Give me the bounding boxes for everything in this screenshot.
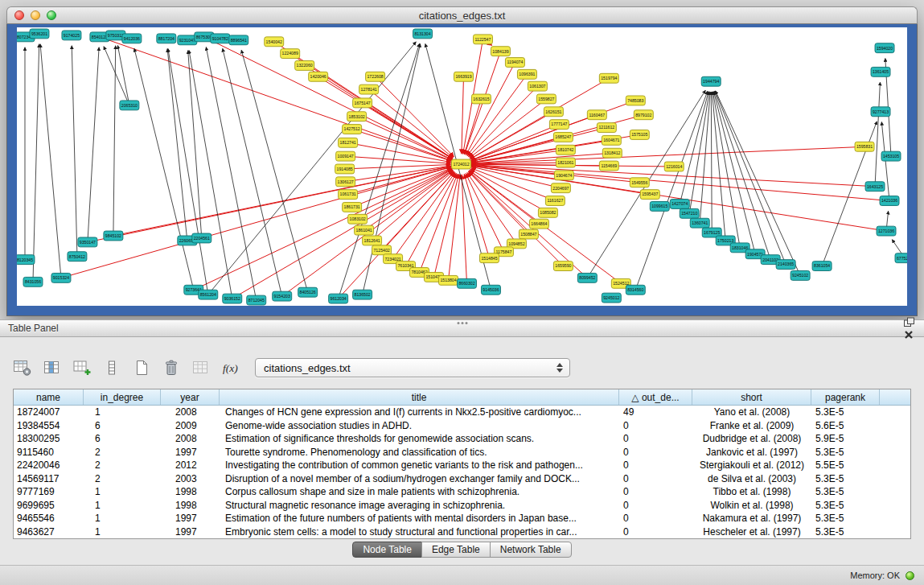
graph-node[interactable]: 1083102	[348, 214, 368, 224]
graph-node[interactable]: 1594020	[875, 43, 894, 53]
create-column-icon[interactable]	[71, 357, 93, 378]
graph-node[interactable]: 1278141	[359, 84, 379, 94]
cell-short[interactable]: Wolkin et al. (1998)	[692, 499, 811, 512]
cell-name[interactable]: 14569117	[14, 472, 84, 485]
cell-short[interactable]: Tibbo et al. (1998)	[692, 485, 811, 498]
graph-edge[interactable]	[40, 44, 61, 278]
graph-node[interactable]: 1722608	[366, 72, 385, 81]
graph-node[interactable]: 9036152	[223, 294, 242, 303]
cell-pagerank[interactable]: 5.3E-5	[811, 406, 880, 418]
graph-edge[interactable]	[113, 46, 116, 236]
cell-title[interactable]: Corpus callosum shape and size in male p…	[220, 485, 619, 498]
graph-node[interactable]: 1540042	[265, 37, 284, 47]
graph-node[interactable]: 9104782	[211, 34, 230, 43]
graph-edge[interactable]	[117, 46, 129, 105]
cell-in_degree[interactable]: 1	[84, 512, 161, 525]
cell-title[interactable]: Changes of HCN gene expression and I(f) …	[220, 406, 619, 418]
cell-out_de[interactable]: 0	[619, 432, 692, 445]
graph-node[interactable]: 1559827	[536, 94, 556, 104]
graph-edge[interactable]	[33, 44, 39, 282]
table-mode-icon[interactable]	[11, 357, 34, 378]
table-select[interactable]: citations_edges.txt	[255, 358, 570, 377]
cell-short[interactable]: Stergiakouli et al. (2012)	[692, 459, 811, 472]
graph-node[interactable]: 6775210	[895, 253, 907, 263]
panel-splitter-handle[interactable]	[457, 322, 467, 324]
graph-node[interactable]: 9845102	[104, 231, 123, 241]
graph-edge[interactable]	[470, 125, 559, 161]
cell-pagerank[interactable]: 5.5E-5	[811, 459, 880, 472]
graph-node[interactable]: 9277413	[871, 107, 890, 117]
graph-node[interactable]: 1595831	[855, 142, 874, 151]
graph-node[interactable]: 2065310	[120, 101, 139, 110]
table-row[interactable]: 946554611997Estimation of the future num…	[14, 512, 910, 525]
tab-network-table[interactable]: Network Table	[490, 542, 572, 558]
cell-short[interactable]: Dudbridge et al. (2008)	[692, 432, 811, 445]
graph-node[interactable]: 1643125	[865, 182, 885, 192]
cell-year[interactable]: 2008	[161, 432, 220, 445]
graph-edge[interactable]	[372, 171, 454, 240]
cell-out_de[interactable]: 0	[619, 525, 692, 538]
graph-edge[interactable]	[468, 171, 528, 234]
network-view[interactable]: 1724012112254710841391194074109639110613…	[17, 27, 907, 306]
cell-title[interactable]: Genome-wide association studies in ADHD.	[220, 419, 619, 432]
graph-node[interactable]: 1861041	[355, 225, 374, 235]
graph-node[interactable]: 1427512	[343, 125, 362, 134]
cell-in_degree[interactable]: 2	[84, 446, 161, 459]
graph-node[interactable]: 1519794	[599, 73, 618, 83]
graph-node[interactable]: 8431056	[23, 277, 43, 286]
cell-name[interactable]: 9463627	[14, 525, 84, 538]
graph-edge[interactable]	[189, 50, 232, 299]
cell-name[interactable]: 18724007	[14, 406, 84, 418]
graph-node[interactable]: 1099615	[650, 201, 669, 211]
cell-short[interactable]: Jankovic et al. (1997)	[692, 446, 811, 459]
graph-node[interactable]: 8131304	[413, 29, 433, 39]
graph-node[interactable]: 9145036	[481, 285, 500, 295]
graph-node[interactable]: 1821061	[556, 158, 575, 167]
graph-edge[interactable]	[72, 46, 77, 257]
function-builder-icon[interactable]: f(x)	[220, 357, 242, 378]
cell-title[interactable]: Embryonic stem cells: a model to study s…	[220, 525, 619, 538]
table-row[interactable]: 977716911998Corpus callosum shape and si…	[14, 485, 910, 499]
graph-node[interactable]: 1061307	[528, 81, 547, 91]
cell-title[interactable]: Disruption of a novel member of a sodium…	[220, 472, 619, 485]
graph-node[interactable]: 9612034	[329, 294, 348, 303]
graph-edge[interactable]	[188, 51, 202, 238]
graph-node[interactable]: 1161627	[545, 196, 565, 206]
graph-edge[interactable]	[88, 47, 99, 242]
graph-edge[interactable]	[223, 48, 282, 296]
cell-name[interactable]: 9699695	[14, 499, 84, 512]
graph-node[interactable]: 1453105	[881, 151, 901, 161]
graph-node[interactable]: 7125402	[372, 245, 392, 255]
cell-short[interactable]: Nakamura et al. (1997)	[692, 512, 811, 525]
graph-node[interactable]: 1777147	[549, 120, 569, 130]
graph-node[interactable]: 8896541	[229, 35, 248, 45]
graph-node[interactable]: 1604671	[602, 135, 621, 145]
column-header-year[interactable]: year	[161, 389, 220, 405]
graph-edge[interactable]	[348, 167, 451, 194]
graph-node[interactable]: 9536201	[30, 29, 49, 39]
graph-node[interactable]: 9231047	[178, 35, 197, 45]
graph-node[interactable]: 1675147	[353, 98, 372, 108]
graph-node[interactable]: 8712045	[247, 295, 266, 305]
graph-edge[interactable]	[167, 49, 187, 241]
graph-node[interactable]: 7485083	[626, 96, 645, 105]
graph-node[interactable]: 1061731	[339, 190, 358, 200]
cell-year[interactable]: 1998	[161, 485, 220, 498]
cell-in_degree[interactable]: 1	[84, 499, 161, 512]
graph-node[interactable]: 1944794	[701, 76, 721, 86]
graph-node[interactable]: 9245102	[791, 271, 810, 281]
cell-title[interactable]: Estimation of significance thresholds fo…	[220, 432, 619, 445]
cell-name[interactable]: 19384554	[14, 419, 84, 432]
graph-node[interactable]: 9174025	[62, 31, 81, 40]
graph-edge[interactable]	[714, 91, 770, 259]
cell-short[interactable]: de Silva et al. (2003)	[692, 472, 811, 485]
cell-year[interactable]: 2012	[161, 459, 220, 472]
cell-title[interactable]: Investigating the contribution of common…	[220, 459, 619, 472]
minimize-button[interactable]	[31, 10, 40, 20]
graph-node[interactable]: 9350147	[78, 237, 97, 247]
cell-pagerank[interactable]: 5.3E-5	[811, 472, 880, 485]
delete-table-icon[interactable]	[160, 357, 183, 378]
graph-node[interactable]: 1224089	[281, 49, 300, 59]
graph-node[interactable]: 1360741	[690, 218, 709, 228]
cell-out_de[interactable]: 0	[619, 419, 692, 432]
